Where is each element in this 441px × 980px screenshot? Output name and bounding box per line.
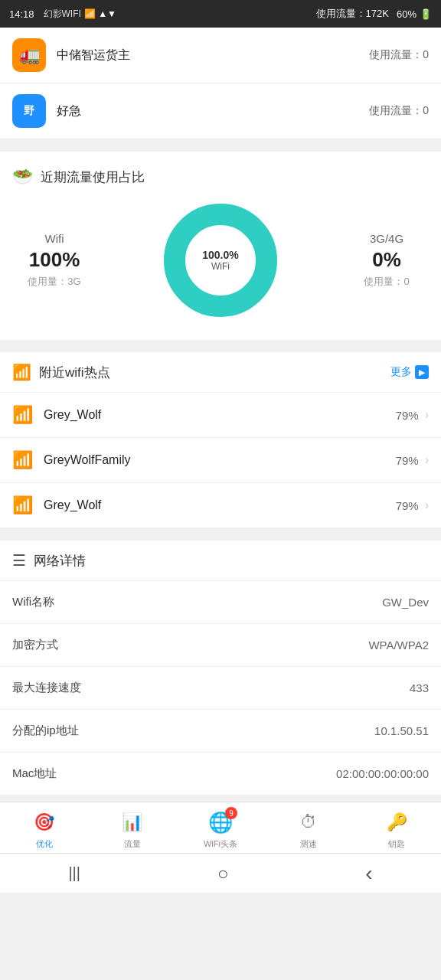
detail-label-2: 最大连接速度 — [12, 681, 81, 695]
wifi-name-2: GreyWolfFamily — [44, 453, 396, 467]
app-icon-2: 野 — [12, 94, 46, 128]
nav-item-traffic[interactable]: 📊 流量 — [109, 808, 155, 850]
detail-value-0: GW_Dev — [382, 596, 429, 609]
donut-wifi-label: Wifi — [45, 232, 64, 245]
detail-value-4: 02:00:00:00:00:00 — [336, 767, 429, 780]
status-traffic: 使用流量：172K — [316, 7, 389, 21]
wifi-signal-2: 79% — [396, 454, 419, 467]
nav-item-key[interactable]: 🔑 钥匙 — [374, 808, 420, 850]
donut-cellular: 3G/4G 0% 使用量：0 — [345, 232, 429, 289]
wifi-more-button[interactable]: 更多 ▶ — [390, 365, 429, 379]
wifi-arrow-3: › — [425, 498, 429, 512]
donut-wifi-percent: 100% — [29, 248, 80, 272]
status-battery: 60% — [397, 8, 416, 20]
nav-label-optimize: 优化 — [36, 838, 53, 850]
status-app-name: 幻影WIFI — [44, 8, 81, 21]
detail-value-2: 433 — [410, 681, 429, 694]
sys-nav-back[interactable]: ‹ — [365, 861, 372, 886]
donut-row: Wifi 100% 使用量：3G 100.0% WiFi 3G/4G 0% 使用 — [12, 199, 429, 322]
donut-center-label: WiFi — [202, 261, 238, 272]
app-icon-1: 🚛 — [12, 38, 46, 72]
nav-icon-speedtest: ⏱ — [300, 812, 317, 832]
detail-label-4: Mac地址 — [12, 766, 57, 781]
detail-row-3: 分配的ip地址 10.1.50.51 — [0, 710, 441, 753]
detail-label-0: Wifi名称 — [12, 595, 54, 609]
donut-cellular-label: 3G/4G — [370, 232, 403, 245]
wifi-signal-icon-3: 📶 — [12, 495, 33, 515]
donut-chart: 100.0% WiFi — [159, 199, 282, 322]
wifi-signal-3: 79% — [396, 499, 419, 512]
wifi-section-header-left: 📶 附近wifi热点 — [12, 363, 110, 381]
wifi-signal-1: 79% — [396, 409, 419, 422]
wifi-item-3[interactable]: 📶 Grey_Wolf 79% › — [0, 483, 441, 528]
app-traffic-2: 使用流量：0 — [369, 104, 429, 118]
app-list-section: 🚛 中储智运货主 使用流量：0 野 好急 使用流量：0 — [0, 28, 441, 139]
donut-wifi: Wifi 100% 使用量：3G — [12, 232, 96, 289]
nav-item-optimize[interactable]: 🎯 优化 — [21, 808, 67, 850]
status-bar: 14:18 幻影WIFI 📶 ▲▼ 使用流量：172K 60% 🔋 — [0, 0, 441, 28]
usage-header: 🥗 近期流量使用占比 — [12, 167, 429, 199]
status-time: 14:18 — [9, 8, 34, 20]
sys-nav-menu[interactable]: ||| — [68, 864, 80, 882]
nav-icon-optimize: 🎯 — [34, 812, 54, 832]
detail-value-1: WPA/WPA2 — [368, 639, 429, 652]
detail-row-0: Wifi名称 GW_Dev — [0, 581, 441, 624]
divider-1 — [0, 145, 441, 152]
nav-icon-wrap-optimize: 🎯 — [31, 808, 58, 836]
donut-cellular-usage: 使用量：0 — [364, 275, 409, 289]
nav-badge-headlines: 9 — [225, 807, 237, 819]
status-icons: 📶 ▲▼ — [84, 8, 116, 19]
nav-icon-wrap-headlines: 🌐 9 — [207, 808, 234, 836]
wifi-header-icon: 📶 — [12, 363, 31, 381]
nav-icon-traffic: 📊 — [122, 812, 142, 832]
detail-row-4: Mac地址 02:00:00:00:00:00 — [0, 753, 441, 795]
detail-header-icon: ☰ — [12, 551, 26, 570]
app-name-1: 中储智运货主 — [57, 47, 369, 64]
status-bar-right: 使用流量：172K 60% 🔋 — [316, 7, 432, 21]
nav-icon-wrap-traffic: 📊 — [119, 808, 146, 836]
system-nav-bar: ||| ○ ‹ — [0, 853, 441, 893]
wifi-hotspot-section: 📶 附近wifi热点 更多 ▶ 📶 Grey_Wolf 79% › 📶 Grey… — [0, 352, 441, 528]
nav-label-speedtest: 测速 — [300, 838, 317, 850]
app-row-2[interactable]: 野 好急 使用流量：0 — [0, 83, 441, 139]
wifi-signal-icon-2: 📶 — [12, 450, 33, 470]
app-row-1[interactable]: 🚛 中储智运货主 使用流量：0 — [0, 28, 441, 83]
app-traffic-1: 使用流量：0 — [369, 48, 429, 62]
detail-header-title: 网络详情 — [34, 552, 86, 570]
donut-center-text: 100.0% WiFi — [202, 249, 238, 272]
nav-item-speedtest[interactable]: ⏱ 测速 — [286, 808, 332, 850]
wifi-arrow-1: › — [425, 408, 429, 422]
bottom-nav: 🎯 优化 📊 流量 🌐 9 WiFi头条 ⏱ 测速 🔑 钥匙 — [0, 802, 441, 853]
detail-row-1: 加密方式 WPA/WPA2 — [0, 624, 441, 667]
wifi-more-icon: ▶ — [415, 365, 429, 379]
status-bar-left: 14:18 幻影WIFI 📶 ▲▼ — [9, 8, 116, 21]
network-detail-section: ☰ 网络详情 Wifi名称 GW_Dev 加密方式 WPA/WPA2 最大连接速… — [0, 541, 441, 795]
nav-label-headlines: WiFi头条 — [204, 838, 237, 850]
app-name-2: 好急 — [57, 103, 369, 119]
donut-cellular-percent: 0% — [372, 248, 401, 272]
usage-header-title: 近期流量使用占比 — [41, 168, 145, 186]
wifi-name-3: Grey_Wolf — [44, 498, 396, 512]
sys-nav-home[interactable]: ○ — [217, 863, 229, 884]
nav-label-traffic: 流量 — [124, 838, 141, 850]
detail-row-2: 最大连接速度 433 — [0, 667, 441, 710]
nav-icon-wrap-key: 🔑 — [383, 808, 410, 836]
donut-wifi-usage: 使用量：3G — [28, 275, 80, 289]
detail-label-3: 分配的ip地址 — [12, 724, 79, 738]
wifi-signal-icon-1: 📶 — [12, 405, 33, 425]
wifi-item-2[interactable]: 📶 GreyWolfFamily 79% › — [0, 438, 441, 483]
detail-label-1: 加密方式 — [12, 638, 58, 652]
wifi-more-label: 更多 — [390, 365, 412, 379]
wifi-arrow-2: › — [425, 453, 429, 467]
nav-icon-wrap-speedtest: ⏱ — [295, 808, 322, 836]
wifi-item-1[interactable]: 📶 Grey_Wolf 79% › — [0, 393, 441, 438]
detail-header: ☰ 网络详情 — [0, 541, 441, 581]
battery-icon: 🔋 — [420, 8, 432, 20]
nav-label-key: 钥匙 — [388, 838, 405, 850]
nav-icon-key: 🔑 — [387, 812, 407, 832]
wifi-name-1: Grey_Wolf — [44, 408, 396, 422]
nav-item-headlines[interactable]: 🌐 9 WiFi头条 — [198, 808, 243, 850]
usage-section: 🥗 近期流量使用占比 Wifi 100% 使用量：3G 100.0% WiFi — [0, 152, 441, 340]
divider-3 — [0, 534, 441, 541]
divider-2 — [0, 346, 441, 352]
